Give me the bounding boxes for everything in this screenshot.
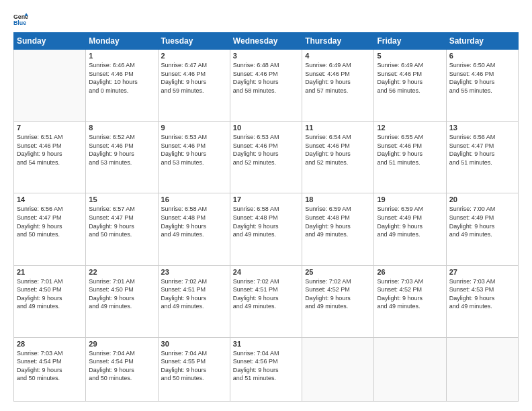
day-info: Sunrise: 6:58 AM Sunset: 4:48 PM Dayligh… xyxy=(233,205,299,238)
calendar-cell xyxy=(446,337,518,401)
day-info: Sunrise: 7:02 AM Sunset: 4:52 PM Dayligh… xyxy=(305,277,371,311)
calendar-week-1: 7Sunrise: 6:51 AM Sunset: 4:46 PM Daylig… xyxy=(14,122,519,193)
calendar-cell: 10Sunrise: 6:53 AM Sunset: 4:46 PM Dayli… xyxy=(230,122,302,193)
day-number: 1 xyxy=(89,52,154,60)
day-info: Sunrise: 6:58 AM Sunset: 4:48 PM Dayligh… xyxy=(161,205,227,238)
day-info: Sunrise: 6:52 AM Sunset: 4:46 PM Dayligh… xyxy=(89,133,154,167)
calendar-week-4: 28Sunrise: 7:03 AM Sunset: 4:54 PM Dayli… xyxy=(14,337,519,401)
calendar-cell: 17Sunrise: 6:58 AM Sunset: 4:48 PM Dayli… xyxy=(230,193,302,265)
calendar-table: SundayMondayTuesdayWednesdayThursdayFrid… xyxy=(13,32,519,402)
calendar-cell: 26Sunrise: 7:03 AM Sunset: 4:52 PM Dayli… xyxy=(374,265,446,337)
day-info: Sunrise: 6:48 AM Sunset: 4:46 PM Dayligh… xyxy=(233,61,299,95)
day-number: 14 xyxy=(17,195,83,203)
day-info: Sunrise: 7:04 AM Sunset: 4:56 PM Dayligh… xyxy=(233,349,299,383)
calendar-header-tuesday: Tuesday xyxy=(158,33,230,50)
day-number: 16 xyxy=(161,195,227,203)
calendar-header-wednesday: Wednesday xyxy=(230,33,302,50)
calendar-header-friday: Friday xyxy=(374,33,446,50)
day-number: 6 xyxy=(449,52,515,60)
calendar-cell: 13Sunrise: 6:56 AM Sunset: 4:47 PM Dayli… xyxy=(446,122,518,193)
day-info: Sunrise: 7:02 AM Sunset: 4:51 PM Dayligh… xyxy=(161,277,227,311)
calendar-cell: 18Sunrise: 6:59 AM Sunset: 4:48 PM Dayli… xyxy=(302,193,374,265)
calendar-cell xyxy=(374,337,446,401)
calendar-cell: 8Sunrise: 6:52 AM Sunset: 4:46 PM Daylig… xyxy=(86,122,158,193)
calendar-cell: 22Sunrise: 7:01 AM Sunset: 4:50 PM Dayli… xyxy=(86,265,158,337)
header: General Blue xyxy=(13,12,519,27)
day-number: 20 xyxy=(449,195,515,203)
day-number: 12 xyxy=(377,124,443,132)
day-number: 28 xyxy=(17,340,83,348)
calendar-header-thursday: Thursday xyxy=(302,33,374,50)
calendar-week-2: 14Sunrise: 6:56 AM Sunset: 4:47 PM Dayli… xyxy=(14,193,519,265)
calendar-cell: 25Sunrise: 7:02 AM Sunset: 4:52 PM Dayli… xyxy=(302,265,374,337)
day-info: Sunrise: 6:50 AM Sunset: 4:46 PM Dayligh… xyxy=(449,61,515,95)
calendar-cell: 7Sunrise: 6:51 AM Sunset: 4:46 PM Daylig… xyxy=(14,122,86,193)
day-number: 31 xyxy=(233,340,299,348)
day-info: Sunrise: 6:47 AM Sunset: 4:46 PM Dayligh… xyxy=(161,61,227,95)
calendar-cell: 5Sunrise: 6:49 AM Sunset: 4:46 PM Daylig… xyxy=(374,50,446,122)
day-info: Sunrise: 7:03 AM Sunset: 4:54 PM Dayligh… xyxy=(17,349,83,383)
calendar-header-monday: Monday xyxy=(86,33,158,50)
day-info: Sunrise: 7:03 AM Sunset: 4:52 PM Dayligh… xyxy=(377,277,443,311)
calendar-cell: 16Sunrise: 6:58 AM Sunset: 4:48 PM Dayli… xyxy=(158,193,230,265)
day-number: 8 xyxy=(89,124,154,132)
day-number: 15 xyxy=(89,195,154,203)
day-info: Sunrise: 6:56 AM Sunset: 4:47 PM Dayligh… xyxy=(17,205,83,238)
day-info: Sunrise: 6:56 AM Sunset: 4:47 PM Dayligh… xyxy=(449,133,515,167)
day-number: 27 xyxy=(449,268,515,276)
logo-icon: General Blue xyxy=(13,12,28,27)
calendar-cell: 2Sunrise: 6:47 AM Sunset: 4:46 PM Daylig… xyxy=(158,50,230,122)
calendar-header-saturday: Saturday xyxy=(446,33,518,50)
calendar-cell: 21Sunrise: 7:01 AM Sunset: 4:50 PM Dayli… xyxy=(14,265,86,337)
day-number: 21 xyxy=(17,268,83,276)
calendar-cell: 4Sunrise: 6:49 AM Sunset: 4:46 PM Daylig… xyxy=(302,50,374,122)
svg-text:Blue: Blue xyxy=(13,19,26,26)
day-number: 19 xyxy=(377,195,443,203)
day-number: 7 xyxy=(17,124,83,132)
day-info: Sunrise: 6:59 AM Sunset: 4:49 PM Dayligh… xyxy=(377,205,443,238)
day-info: Sunrise: 6:51 AM Sunset: 4:46 PM Dayligh… xyxy=(17,133,83,167)
day-info: Sunrise: 6:54 AM Sunset: 4:46 PM Dayligh… xyxy=(305,133,371,167)
calendar-cell: 9Sunrise: 6:53 AM Sunset: 4:46 PM Daylig… xyxy=(158,122,230,193)
calendar-week-3: 21Sunrise: 7:01 AM Sunset: 4:50 PM Dayli… xyxy=(14,265,519,337)
calendar-cell: 15Sunrise: 6:57 AM Sunset: 4:47 PM Dayli… xyxy=(86,193,158,265)
day-number: 11 xyxy=(305,124,371,132)
day-number: 9 xyxy=(161,124,227,132)
calendar-cell xyxy=(14,50,86,122)
day-number: 30 xyxy=(161,340,227,348)
calendar-cell: 29Sunrise: 7:04 AM Sunset: 4:54 PM Dayli… xyxy=(86,337,158,401)
day-number: 13 xyxy=(449,124,515,132)
day-info: Sunrise: 7:00 AM Sunset: 4:49 PM Dayligh… xyxy=(449,205,515,238)
calendar-cell: 27Sunrise: 7:03 AM Sunset: 4:53 PM Dayli… xyxy=(446,265,518,337)
calendar-cell: 23Sunrise: 7:02 AM Sunset: 4:51 PM Dayli… xyxy=(158,265,230,337)
calendar-week-0: 1Sunrise: 6:46 AM Sunset: 4:46 PM Daylig… xyxy=(14,50,519,122)
calendar-cell: 6Sunrise: 6:50 AM Sunset: 4:46 PM Daylig… xyxy=(446,50,518,122)
logo: General Blue xyxy=(13,12,31,27)
day-info: Sunrise: 6:49 AM Sunset: 4:46 PM Dayligh… xyxy=(377,61,443,95)
day-number: 23 xyxy=(161,268,227,276)
calendar-cell: 24Sunrise: 7:02 AM Sunset: 4:51 PM Dayli… xyxy=(230,265,302,337)
day-info: Sunrise: 7:02 AM Sunset: 4:51 PM Dayligh… xyxy=(233,277,299,311)
day-number: 4 xyxy=(305,52,371,60)
calendar-cell: 20Sunrise: 7:00 AM Sunset: 4:49 PM Dayli… xyxy=(446,193,518,265)
day-number: 10 xyxy=(233,124,299,132)
day-info: Sunrise: 6:53 AM Sunset: 4:46 PM Dayligh… xyxy=(233,133,299,167)
calendar-cell: 12Sunrise: 6:55 AM Sunset: 4:46 PM Dayli… xyxy=(374,122,446,193)
day-info: Sunrise: 7:03 AM Sunset: 4:53 PM Dayligh… xyxy=(449,277,515,311)
day-info: Sunrise: 6:55 AM Sunset: 4:46 PM Dayligh… xyxy=(377,133,443,167)
day-number: 2 xyxy=(161,52,227,60)
day-number: 29 xyxy=(89,340,154,348)
calendar-cell: 11Sunrise: 6:54 AM Sunset: 4:46 PM Dayli… xyxy=(302,122,374,193)
day-number: 25 xyxy=(305,268,371,276)
day-number: 3 xyxy=(233,52,299,60)
calendar-cell: 19Sunrise: 6:59 AM Sunset: 4:49 PM Dayli… xyxy=(374,193,446,265)
day-info: Sunrise: 7:01 AM Sunset: 4:50 PM Dayligh… xyxy=(17,277,83,311)
calendar-header-sunday: Sunday xyxy=(14,33,86,50)
calendar-cell: 3Sunrise: 6:48 AM Sunset: 4:46 PM Daylig… xyxy=(230,50,302,122)
day-number: 18 xyxy=(305,195,371,203)
day-info: Sunrise: 7:04 AM Sunset: 4:55 PM Dayligh… xyxy=(161,349,227,383)
calendar-cell: 28Sunrise: 7:03 AM Sunset: 4:54 PM Dayli… xyxy=(14,337,86,401)
day-info: Sunrise: 6:59 AM Sunset: 4:48 PM Dayligh… xyxy=(305,205,371,238)
day-number: 22 xyxy=(89,268,154,276)
calendar-cell: 30Sunrise: 7:04 AM Sunset: 4:55 PM Dayli… xyxy=(158,337,230,401)
